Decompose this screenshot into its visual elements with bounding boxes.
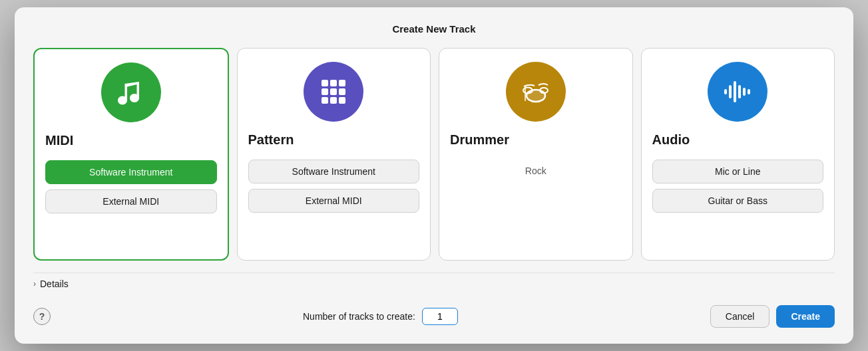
card-midi[interactable]: MIDI Software Instrument External MIDI [33,48,229,261]
svg-rect-1 [330,80,337,86]
audio-guitar-or-bass-btn[interactable]: Guitar or Bass [652,189,824,213]
drummer-rock-text: Rock [450,160,622,182]
music-note-icon [115,76,147,108]
midi-external-midi-btn[interactable]: External MIDI [45,189,217,213]
footer-buttons: Cancel Create [710,305,835,328]
tracks-label: Number of tracks to create: [303,311,415,322]
grid-icon [318,76,349,108]
midi-options: Software Instrument External MIDI [45,160,217,213]
pattern-icon-circle [304,62,363,122]
svg-rect-5 [339,88,345,95]
pattern-software-instrument-btn[interactable]: Software Instrument [248,160,420,183]
svg-rect-4 [330,88,337,95]
pattern-title: Pattern [248,132,294,148]
svg-rect-7 [330,97,337,104]
drummer-title: Drummer [450,132,509,148]
cancel-button[interactable]: Cancel [710,305,770,328]
svg-rect-6 [322,97,328,104]
svg-rect-20 [748,89,750,94]
help-button[interactable]: ? [33,308,51,325]
track-type-cards: MIDI Software Instrument External MIDI [33,48,835,261]
drums-icon [520,76,552,108]
svg-rect-0 [322,80,328,86]
card-pattern[interactable]: Pattern Software Instrument External MID… [237,48,431,261]
create-button[interactable]: Create [776,305,835,328]
svg-point-10 [527,90,545,102]
midi-software-instrument-btn[interactable]: Software Instrument [45,160,217,184]
details-chevron-icon: › [33,279,36,289]
card-audio[interactable]: Audio Mic or Line Guitar or Bass [641,48,835,261]
details-row[interactable]: › Details [33,273,835,294]
svg-rect-17 [734,81,736,102]
drummer-options: Rock [450,160,622,182]
midi-icon-circle [101,62,161,122]
tracks-input[interactable] [422,308,458,325]
tracks-area: Number of tracks to create: [303,308,458,325]
drummer-icon-circle [506,62,566,122]
svg-rect-3 [322,88,328,95]
create-new-track-dialog: Create New Track MIDI Software Instrumen… [15,7,853,344]
details-label[interactable]: Details [40,279,69,289]
svg-rect-18 [738,85,741,98]
waveform-icon [722,76,754,108]
card-drummer[interactable]: Drummer Rock [439,48,633,261]
footer-row: ? Number of tracks to create: Cancel Cre… [33,300,835,328]
pattern-external-midi-btn[interactable]: External MIDI [248,189,420,213]
svg-rect-16 [729,85,732,98]
audio-mic-or-line-btn[interactable]: Mic or Line [652,160,824,183]
dialog-title: Create New Track [33,23,835,35]
svg-rect-19 [743,88,746,96]
svg-rect-2 [339,80,345,86]
svg-rect-15 [724,89,727,94]
audio-icon-circle [708,62,767,122]
pattern-options: Software Instrument External MIDI [248,160,420,213]
audio-title: Audio [652,132,690,148]
midi-title: MIDI [45,133,73,148]
svg-rect-8 [339,97,345,104]
audio-options: Mic or Line Guitar or Bass [652,160,824,213]
